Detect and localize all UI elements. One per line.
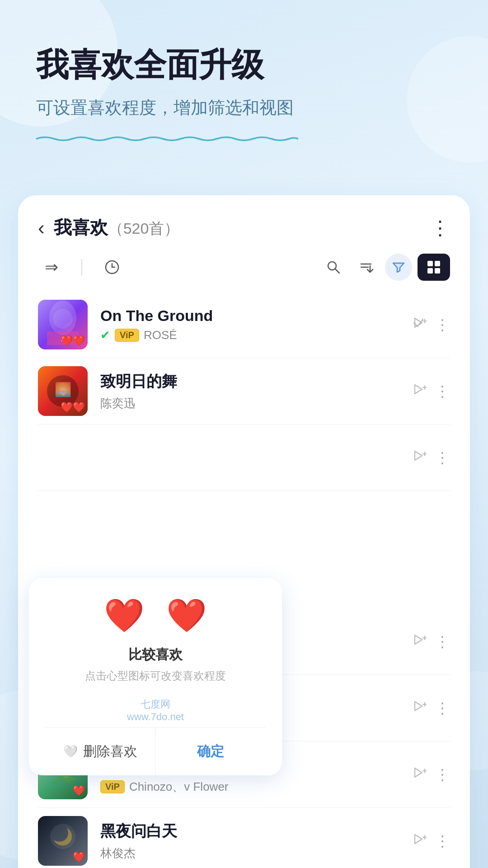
song-item-7[interactable]: 🌙 ❤️ 黑夜问白天 林俊杰 ⋮: [38, 808, 450, 868]
delete-like-button[interactable]: 🤍 删除喜欢: [45, 728, 156, 775]
song-info-2: 致明日的舞 陈奕迅: [100, 371, 410, 411]
song-thumb-1: ♪ ❤️❤️: [38, 300, 88, 349]
popup-hint: 点击心型图标可改变喜欢程度: [45, 669, 266, 683]
svg-marker-30: [415, 635, 422, 644]
song-item-3[interactable]: 方克依兰 ❤️ ❤️ 比较喜欢 点击心型图标可改变喜欢程度 七度网www.7do…: [38, 425, 450, 491]
svg-line-2: [335, 269, 339, 273]
filter-button[interactable]: [385, 254, 412, 281]
svg-rect-7: [435, 261, 440, 266]
confirm-button[interactable]: 确定: [156, 728, 266, 775]
popup-actions: 🤍 删除喜欢 确定: [45, 727, 266, 775]
song-list: ♪ ❤️❤️ On The Ground ✔ ViP ROSÉ: [18, 292, 470, 868]
more-options-1[interactable]: ⋮: [435, 316, 450, 334]
add-to-playlist-4[interactable]: [410, 632, 427, 651]
popup-label: 比较喜欢: [45, 646, 266, 664]
grid-view-button[interactable]: [418, 254, 450, 281]
song-title-7: 黑夜问白天: [100, 821, 410, 842]
svg-marker-20: [415, 385, 422, 394]
main-card: ‹ 我喜欢（520首） ⋮ ⇒: [18, 195, 470, 868]
svg-rect-9: [435, 268, 440, 274]
search-button[interactable]: [320, 254, 347, 281]
sort-button[interactable]: [352, 254, 380, 281]
add-to-playlist-5[interactable]: [410, 698, 427, 718]
svg-point-11: [53, 309, 73, 329]
svg-marker-40: [415, 768, 422, 777]
svg-rect-8: [427, 268, 433, 274]
artist-1: ROSÉ: [144, 328, 177, 342]
svg-marker-23: [415, 451, 422, 460]
song-item-2[interactable]: 🌅 ❤️❤️ 致明日的舞 陈奕迅 ⋮: [38, 358, 450, 425]
more-options-4[interactable]: ⋮: [435, 632, 450, 651]
vip-badge-1: ViP: [115, 329, 139, 342]
add-to-playlist-6[interactable]: [410, 764, 427, 784]
song-info-7: 黑夜问白天 林俊杰: [100, 821, 410, 861]
svg-text:🌅: 🌅: [55, 382, 72, 398]
more-options-5[interactable]: ⋮: [435, 699, 450, 717]
vip-badge-6: ViP: [100, 780, 125, 793]
add-to-playlist-3[interactable]: [410, 448, 427, 467]
more-options-7[interactable]: ⋮: [435, 832, 450, 850]
add-to-playlist-7[interactable]: [410, 831, 427, 851]
popup-hearts: ❤️ ❤️: [45, 596, 266, 635]
more-options-3[interactable]: ⋮: [435, 448, 450, 467]
heart-level-2[interactable]: ❤️: [166, 596, 207, 635]
song-actions-1: ⋮: [410, 315, 450, 335]
artist-6: Chinozo、v Flower: [129, 779, 229, 795]
song-actions-5: ⋮: [410, 698, 450, 718]
verified-icon-1: ✔: [100, 328, 110, 342]
song-meta-2: 陈奕迅: [100, 396, 410, 411]
more-options-6[interactable]: ⋮: [435, 765, 450, 783]
heart-level-1[interactable]: ❤️: [104, 596, 145, 635]
song-thumb-2: 🌅 ❤️❤️: [38, 366, 88, 416]
song-actions-4: ⋮: [410, 632, 450, 651]
song-actions-7: ⋮: [410, 831, 450, 851]
divider: [81, 259, 82, 275]
add-to-playlist-2[interactable]: [410, 381, 427, 401]
song-meta-6: ViP Chinozo、v Flower: [100, 779, 410, 795]
song-title-2: 致明日的舞: [100, 371, 410, 392]
add-to-playlist-1[interactable]: [410, 315, 427, 335]
song-actions-2: ⋮: [410, 381, 450, 401]
more-options-2[interactable]: ⋮: [435, 382, 450, 400]
back-button[interactable]: ‹: [38, 217, 45, 239]
page-title: 我喜欢全面升级: [36, 45, 452, 84]
artist-2: 陈奕迅: [100, 396, 136, 411]
page-subtitle: 可设置喜欢程度，增加筛选和视图: [36, 95, 298, 150]
song-actions-6: ⋮: [410, 764, 450, 784]
more-options-button[interactable]: ⋮: [430, 216, 450, 239]
svg-marker-45: [415, 835, 422, 844]
svg-marker-35: [415, 702, 422, 711]
song-info-1: On The Ground ✔ ViP ROSÉ: [100, 307, 410, 342]
watermark: 七度网www.7do.net: [45, 698, 266, 723]
song-meta-1: ✔ ViP ROSÉ: [100, 328, 410, 342]
card-header: ‹ 我喜欢（520首） ⋮: [18, 195, 470, 249]
shuffle-button[interactable]: ⇒: [38, 254, 65, 281]
song-title-1: On The Ground: [100, 307, 410, 325]
artist-7: 林俊杰: [100, 845, 136, 861]
svg-rect-6: [427, 261, 433, 266]
song-item-1[interactable]: ♪ ❤️❤️ On The Ground ✔ ViP ROSÉ: [38, 292, 450, 358]
play-clock-button[interactable]: [99, 254, 126, 281]
like-popup: ❤️ ❤️ 比较喜欢 点击心型图标可改变喜欢程度 七度网www.7do.net …: [29, 578, 282, 775]
song-actions-3: ⋮: [410, 448, 450, 467]
svg-text:🌙: 🌙: [53, 827, 73, 846]
playlist-title: 我喜欢（520首）: [54, 215, 430, 240]
song-thumb-7: 🌙 ❤️: [38, 816, 88, 866]
song-meta-7: 林俊杰: [100, 845, 410, 861]
toolbar: ⇒: [18, 249, 470, 292]
